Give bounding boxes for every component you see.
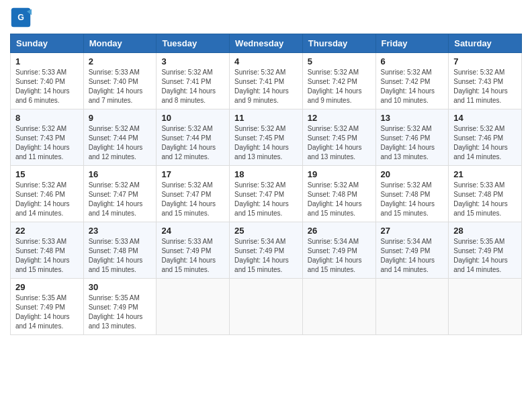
cell-details: Sunrise: 5:32 AMSunset: 7:46 PMDaylight:… <box>453 124 517 162</box>
header-row: SundayMondayTuesdayWednesdayThursdayFrid… <box>11 34 522 53</box>
cell-details: Sunrise: 5:32 AMSunset: 7:44 PMDaylight:… <box>89 124 152 162</box>
cell-details: Sunrise: 5:35 AMSunset: 7:49 PMDaylight:… <box>89 293 152 331</box>
calendar-cell <box>375 279 449 335</box>
calendar-cell: 24 Sunrise: 5:33 AMSunset: 7:49 PMDaylig… <box>157 222 230 279</box>
cell-details: Sunrise: 5:32 AMSunset: 7:42 PMDaylight:… <box>381 68 444 105</box>
cell-details: Sunrise: 5:32 AMSunset: 7:44 PMDaylight:… <box>161 124 224 162</box>
calendar-cell <box>157 279 230 335</box>
calendar-cell: 5 Sunrise: 5:32 AMSunset: 7:42 PMDayligh… <box>302 53 375 109</box>
column-header-wednesday: Wednesday <box>230 34 303 53</box>
cell-details: Sunrise: 5:33 AMSunset: 7:48 PMDaylight:… <box>89 237 152 275</box>
cell-details: Sunrise: 5:32 AMSunset: 7:45 PMDaylight:… <box>234 124 298 162</box>
calendar-cell: 18 Sunrise: 5:32 AMSunset: 7:47 PMDaylig… <box>230 166 303 222</box>
calendar-header: SundayMondayTuesdayWednesdayThursdayFrid… <box>11 34 522 53</box>
day-number: 17 <box>161 169 224 179</box>
calendar-cell: 9 Sunrise: 5:32 AMSunset: 7:44 PMDayligh… <box>83 109 157 166</box>
day-number: 24 <box>161 226 224 236</box>
day-number: 26 <box>308 226 371 236</box>
calendar-cell: 28 Sunrise: 5:35 AMSunset: 7:49 PMDaylig… <box>449 222 522 279</box>
cell-details: Sunrise: 5:32 AMSunset: 7:43 PMDaylight:… <box>453 68 517 105</box>
calendar-cell: 3 Sunrise: 5:32 AMSunset: 7:41 PMDayligh… <box>157 53 230 109</box>
day-number: 20 <box>381 169 444 179</box>
cell-details: Sunrise: 5:34 AMSunset: 7:49 PMDaylight:… <box>234 237 298 275</box>
column-header-thursday: Thursday <box>302 34 375 53</box>
logo-icon: G <box>10 7 32 28</box>
column-header-saturday: Saturday <box>449 34 522 53</box>
calendar-cell: 11 Sunrise: 5:32 AMSunset: 7:45 PMDaylig… <box>230 109 303 166</box>
calendar-cell: 8 Sunrise: 5:32 AMSunset: 7:43 PMDayligh… <box>11 109 84 166</box>
calendar-cell <box>230 279 303 335</box>
column-header-friday: Friday <box>375 34 449 53</box>
calendar-cell: 22 Sunrise: 5:33 AMSunset: 7:48 PMDaylig… <box>11 222 84 279</box>
cell-details: Sunrise: 5:32 AMSunset: 7:48 PMDaylight:… <box>308 181 371 218</box>
cell-details: Sunrise: 5:32 AMSunset: 7:47 PMDaylight:… <box>161 181 224 218</box>
day-number: 23 <box>89 226 152 236</box>
day-number: 18 <box>234 169 298 179</box>
cell-details: Sunrise: 5:33 AMSunset: 7:49 PMDaylight:… <box>161 237 224 275</box>
cell-details: Sunrise: 5:35 AMSunset: 7:49 PMDaylight:… <box>15 293 79 331</box>
day-number: 13 <box>381 113 444 123</box>
calendar-cell: 4 Sunrise: 5:32 AMSunset: 7:41 PMDayligh… <box>230 53 303 109</box>
cell-details: Sunrise: 5:33 AMSunset: 7:48 PMDaylight:… <box>453 181 517 218</box>
logo: G <box>10 7 34 28</box>
calendar-cell: 20 Sunrise: 5:32 AMSunset: 7:48 PMDaylig… <box>375 166 449 222</box>
calendar-cell: 27 Sunrise: 5:34 AMSunset: 7:49 PMDaylig… <box>375 222 449 279</box>
cell-details: Sunrise: 5:32 AMSunset: 7:41 PMDaylight:… <box>234 68 298 105</box>
cell-details: Sunrise: 5:32 AMSunset: 7:48 PMDaylight:… <box>381 181 444 218</box>
day-number: 30 <box>89 282 152 292</box>
calendar-cell: 2 Sunrise: 5:33 AMSunset: 7:40 PMDayligh… <box>83 53 157 109</box>
day-number: 1 <box>15 56 79 66</box>
calendar-cell: 14 Sunrise: 5:32 AMSunset: 7:46 PMDaylig… <box>449 109 522 166</box>
week-row-5: 29 Sunrise: 5:35 AMSunset: 7:49 PMDaylig… <box>11 279 522 335</box>
cell-details: Sunrise: 5:34 AMSunset: 7:49 PMDaylight:… <box>381 237 444 275</box>
calendar-cell: 1 Sunrise: 5:33 AMSunset: 7:40 PMDayligh… <box>11 53 84 109</box>
cell-details: Sunrise: 5:32 AMSunset: 7:45 PMDaylight:… <box>308 124 371 162</box>
calendar-table: SundayMondayTuesdayWednesdayThursdayFrid… <box>10 34 522 335</box>
day-number: 9 <box>89 113 152 123</box>
day-number: 21 <box>453 169 517 179</box>
cell-details: Sunrise: 5:35 AMSunset: 7:49 PMDaylight:… <box>453 237 517 275</box>
day-number: 4 <box>234 56 298 66</box>
cell-details: Sunrise: 5:34 AMSunset: 7:49 PMDaylight:… <box>308 237 371 275</box>
day-number: 7 <box>453 56 517 66</box>
day-number: 22 <box>15 226 79 236</box>
calendar-cell: 15 Sunrise: 5:32 AMSunset: 7:46 PMDaylig… <box>11 166 84 222</box>
cell-details: Sunrise: 5:32 AMSunset: 7:46 PMDaylight:… <box>381 124 444 162</box>
day-number: 16 <box>89 169 152 179</box>
calendar-cell: 29 Sunrise: 5:35 AMSunset: 7:49 PMDaylig… <box>11 279 84 335</box>
column-header-monday: Monday <box>83 34 157 53</box>
calendar-cell: 26 Sunrise: 5:34 AMSunset: 7:49 PMDaylig… <box>302 222 375 279</box>
calendar-cell: 19 Sunrise: 5:32 AMSunset: 7:48 PMDaylig… <box>302 166 375 222</box>
day-number: 19 <box>308 169 371 179</box>
calendar-cell: 21 Sunrise: 5:33 AMSunset: 7:48 PMDaylig… <box>449 166 522 222</box>
calendar-cell: 23 Sunrise: 5:33 AMSunset: 7:48 PMDaylig… <box>83 222 157 279</box>
calendar-cell <box>449 279 522 335</box>
day-number: 10 <box>161 113 224 123</box>
week-row-2: 8 Sunrise: 5:32 AMSunset: 7:43 PMDayligh… <box>11 109 522 166</box>
svg-text:G: G <box>17 13 24 22</box>
day-number: 6 <box>381 56 444 66</box>
calendar-cell: 10 Sunrise: 5:32 AMSunset: 7:44 PMDaylig… <box>157 109 230 166</box>
cell-details: Sunrise: 5:32 AMSunset: 7:47 PMDaylight:… <box>89 181 152 218</box>
calendar-cell: 30 Sunrise: 5:35 AMSunset: 7:49 PMDaylig… <box>83 279 157 335</box>
calendar-cell: 25 Sunrise: 5:34 AMSunset: 7:49 PMDaylig… <box>230 222 303 279</box>
calendar-cell: 16 Sunrise: 5:32 AMSunset: 7:47 PMDaylig… <box>83 166 157 222</box>
calendar-cell <box>302 279 375 335</box>
week-row-3: 15 Sunrise: 5:32 AMSunset: 7:46 PMDaylig… <box>11 166 522 222</box>
day-number: 14 <box>453 113 517 123</box>
cell-details: Sunrise: 5:33 AMSunset: 7:40 PMDaylight:… <box>15 68 79 105</box>
day-number: 12 <box>308 113 371 123</box>
day-number: 15 <box>15 169 79 179</box>
day-number: 8 <box>15 113 79 123</box>
calendar-cell: 7 Sunrise: 5:32 AMSunset: 7:43 PMDayligh… <box>449 53 522 109</box>
day-number: 2 <box>89 56 152 66</box>
week-row-4: 22 Sunrise: 5:33 AMSunset: 7:48 PMDaylig… <box>11 222 522 279</box>
calendar-body: 1 Sunrise: 5:33 AMSunset: 7:40 PMDayligh… <box>11 53 522 335</box>
cell-details: Sunrise: 5:32 AMSunset: 7:42 PMDaylight:… <box>308 68 371 105</box>
cell-details: Sunrise: 5:32 AMSunset: 7:46 PMDaylight:… <box>15 181 79 218</box>
page-header: G <box>10 7 522 28</box>
day-number: 25 <box>234 226 298 236</box>
day-number: 27 <box>381 226 444 236</box>
day-number: 5 <box>308 56 371 66</box>
day-number: 29 <box>15 282 79 292</box>
